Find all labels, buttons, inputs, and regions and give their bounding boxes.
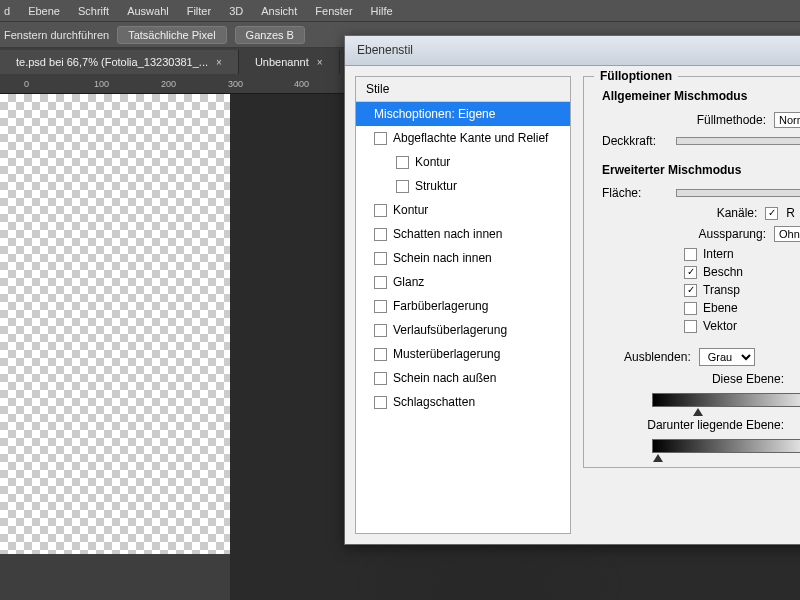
option-checkbox[interactable] [684,284,697,297]
style-checkbox[interactable] [374,276,387,289]
menu-item[interactable]: Fenster [315,5,352,17]
option-checkbox[interactable] [684,320,697,333]
layer-style-dialog: Ebenenstil Stile Mischoptionen: EigeneAb… [344,35,800,545]
style-list-item[interactable]: Glanz [356,270,570,294]
style-checkbox[interactable] [374,252,387,265]
style-label: Kontur [415,155,450,169]
ruler-mark: 400 [294,79,309,89]
menu-item[interactable]: Hilfe [371,5,393,17]
advanced-blend-heading: Erweiterter Mischmodus [584,161,800,183]
style-label: Farbüberlagerung [393,299,488,313]
menu-item[interactable]: Ebene [28,5,60,17]
this-layer-value: 67 [792,372,800,386]
style-list-item[interactable]: Verlaufsüberlagerung [356,318,570,342]
fill-opacity-slider[interactable] [676,189,800,197]
channels-label: Kanäle: [717,206,758,220]
menu-item[interactable]: Ansicht [261,5,297,17]
underlying-layer-label: Darunter liegende Ebene: [647,418,784,432]
style-list-item[interactable]: Schatten nach innen [356,222,570,246]
close-icon[interactable]: × [216,57,222,68]
tab-label: Unbenannt [255,56,309,68]
menu-item[interactable]: 3D [229,5,243,17]
menu-item[interactable]: d [4,5,10,17]
style-checkbox[interactable] [374,396,387,409]
blend-if-label: Ausblenden: [624,350,691,364]
style-list-item[interactable]: Kontur [356,198,570,222]
style-checkbox[interactable] [374,132,387,145]
style-list-item[interactable]: Farbüberlagerung [356,294,570,318]
style-checkbox[interactable] [396,180,409,193]
style-label: Schlagschatten [393,395,475,409]
menu-item[interactable]: Schrift [78,5,109,17]
advanced-option: Transp [584,281,800,299]
advanced-option: Intern [584,245,800,263]
style-checkbox[interactable] [374,228,387,241]
style-label: Verlaufsüberlagerung [393,323,507,337]
style-list-item[interactable]: Struktur [356,174,570,198]
actual-pixels-button[interactable]: Tatsächliche Pixel [117,26,226,44]
knockout-label: Aussparung: [699,227,766,241]
menu-item[interactable]: Filter [187,5,211,17]
dialog-title: Ebenenstil [345,36,800,66]
blend-mode-label: Füllmethode: [697,113,766,127]
channel-r-label: R [786,206,795,220]
fit-screen-button[interactable]: Ganzes B [235,26,305,44]
tab-label: te.psd bei 66,7% (Fotolia_13230381_... [16,56,208,68]
advanced-option: Vektor [584,317,800,335]
channel-r-checkbox[interactable] [765,207,778,220]
transparent-canvas [0,94,230,554]
option-label: Ebene [703,301,738,315]
general-blend-heading: Allgemeiner Mischmodus [584,87,800,109]
style-label: Abgeflachte Kante und Relief [393,131,548,145]
style-label: Schein nach außen [393,371,496,385]
styles-header: Stile [356,77,570,102]
style-list-item[interactable]: Abgeflachte Kante und Relief [356,126,570,150]
style-label: Musterüberlagerung [393,347,500,361]
underlying-layer-blend-slider[interactable] [652,439,800,453]
styles-list: Stile Mischoptionen: EigeneAbgeflachte K… [355,76,571,534]
style-list-item[interactable]: Schlagschatten [356,390,570,414]
style-list-item[interactable]: Mischoptionen: Eigene [356,102,570,126]
style-list-item[interactable]: Schein nach innen [356,246,570,270]
opacity-slider[interactable] [676,137,800,145]
this-layer-blend-slider[interactable] [652,393,800,407]
option-label: Transp [703,283,740,297]
this-layer-label: Diese Ebene: [712,372,784,386]
style-list-item[interactable]: Kontur [356,150,570,174]
document-tab[interactable]: te.psd bei 66,7% (Fotolia_13230381_...× [0,50,239,74]
close-icon[interactable]: × [317,57,323,68]
style-checkbox[interactable] [374,204,387,217]
style-label: Kontur [393,203,428,217]
menu-item[interactable]: Auswahl [127,5,169,17]
toolbar-label: Fenstern durchführen [4,29,109,41]
blend-if-select[interactable]: Grau [699,348,755,366]
document-tab[interactable]: Unbenannt× [239,50,340,74]
ruler-mark: 200 [161,79,176,89]
fill-options-legend: Fülloptionen [594,69,678,83]
option-label: Intern [703,247,734,261]
ruler-mark: 100 [94,79,109,89]
style-list-item[interactable]: Musterüberlagerung [356,342,570,366]
knockout-select[interactable]: Ohne [774,226,800,242]
ruler-mark: 300 [228,79,243,89]
style-label: Glanz [393,275,424,289]
style-checkbox[interactable] [374,348,387,361]
blend-mode-select[interactable]: Normal [774,112,800,128]
option-checkbox[interactable] [684,248,697,261]
style-label: Schatten nach innen [393,227,502,241]
style-checkbox[interactable] [374,300,387,313]
underlying-layer-value: 0 [792,418,800,432]
option-checkbox[interactable] [684,302,697,315]
style-list-item[interactable]: Schein nach außen [356,366,570,390]
menu-bar: dEbeneSchriftAuswahlFilter3DAnsichtFenst… [0,0,800,22]
option-checkbox[interactable] [684,266,697,279]
style-checkbox[interactable] [374,372,387,385]
style-label: Schein nach innen [393,251,492,265]
fill-options-fieldset: Fülloptionen Allgemeiner Mischmodus Füll… [583,76,800,468]
option-label: Beschn [703,265,743,279]
style-label: Mischoptionen: Eigene [374,107,495,121]
style-checkbox[interactable] [396,156,409,169]
style-checkbox[interactable] [374,324,387,337]
option-label: Vektor [703,319,737,333]
style-label: Struktur [415,179,457,193]
